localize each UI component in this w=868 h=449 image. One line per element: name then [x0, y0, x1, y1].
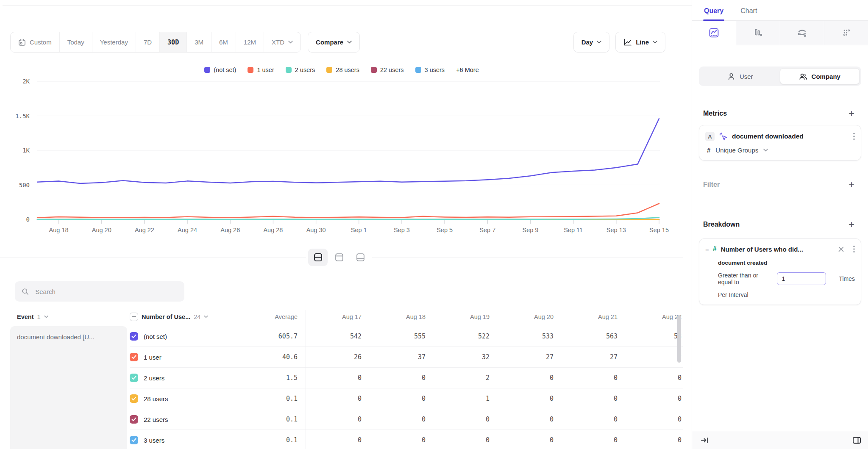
- chart-type-dropdown[interactable]: Line: [615, 32, 665, 53]
- row-checkbox[interactable]: [130, 374, 138, 382]
- average-value-cell: 1.5: [237, 374, 301, 382]
- x-axis-label: Aug 26: [220, 227, 240, 233]
- series-name: 1 user: [144, 354, 161, 361]
- analytics-app: Custom Today Yesterday 7D 30D 3M 6M 12M …: [0, 0, 868, 449]
- layout-split-view-button[interactable]: [308, 249, 328, 266]
- entity-company-option[interactable]: Company: [780, 68, 860, 84]
- date-range-12m[interactable]: 12M: [236, 32, 264, 52]
- row-checkbox[interactable]: [130, 415, 138, 424]
- metric-card[interactable]: A document downloaded # Unique Groups: [699, 125, 861, 161]
- series-line: [37, 119, 659, 183]
- average-value-cell: 40.6: [237, 353, 301, 361]
- date-range-today[interactable]: Today: [59, 32, 92, 52]
- x-axis-label: Sep 11: [564, 227, 583, 233]
- breakdown-card[interactable]: ≡ # Number of Users who did... document …: [699, 238, 861, 305]
- row-checkbox[interactable]: [130, 353, 138, 361]
- kebab-menu-icon: [853, 133, 855, 140]
- search-input[interactable]: [34, 288, 178, 296]
- date-range-6m[interactable]: 6M: [211, 32, 236, 52]
- x-axis-label: Aug 18: [49, 227, 69, 233]
- event-column-header[interactable]: Event 1: [0, 313, 130, 320]
- toggle-sidebar-button[interactable]: [852, 436, 861, 444]
- search-icon: [22, 288, 29, 296]
- layout-toggle-group: [306, 247, 372, 268]
- data-value-cell: 0: [493, 416, 557, 423]
- group-column-header[interactable]: Number of Use... 24: [130, 313, 237, 321]
- y-axis-label: 500: [19, 182, 30, 188]
- check-icon: [131, 334, 136, 338]
- panel-footer: [692, 431, 868, 449]
- data-value-cell: 0: [493, 395, 557, 402]
- date-range-toolbar: Custom Today Yesterday 7D 30D 3M 6M 12M …: [10, 32, 360, 53]
- row-checkbox[interactable]: [130, 332, 138, 341]
- metric-menu-button[interactable]: [853, 133, 855, 140]
- per-interval-label[interactable]: Per Interval: [705, 291, 855, 298]
- breakdown-name[interactable]: Number of Users who did...: [721, 246, 834, 253]
- compare-button[interactable]: Compare: [308, 32, 360, 53]
- minus-icon: [132, 316, 136, 317]
- data-value-cell: 0: [365, 436, 429, 444]
- date-range-30d[interactable]: 30D: [159, 32, 186, 52]
- breakdown-condition-label[interactable]: Greater than or equal to: [718, 272, 772, 285]
- row-label-cell: 2 users: [130, 374, 237, 382]
- entity-toggle: User Company: [699, 67, 861, 86]
- results-table: Event 1 Number of Use... 24 Average Aug …: [0, 308, 683, 449]
- data-value-cell: 27: [493, 353, 557, 361]
- x-axis-label: Sep 7: [479, 227, 495, 233]
- chevron-down-icon: [347, 41, 352, 44]
- row-checkbox[interactable]: [130, 394, 138, 403]
- chart-type-dots-tab[interactable]: [824, 21, 868, 45]
- data-value-cell: 533: [493, 333, 557, 340]
- table-scrollbar[interactable]: [677, 315, 681, 363]
- check-icon: [131, 396, 136, 401]
- data-value-cell: 542: [301, 333, 365, 340]
- data-value-cell: 0: [557, 436, 621, 444]
- metric-name[interactable]: document downloaded: [732, 133, 849, 140]
- date-range-7d[interactable]: 7D: [136, 32, 159, 52]
- date-range-custom[interactable]: Custom: [11, 32, 59, 52]
- layout-chart-view-button[interactable]: [329, 249, 349, 266]
- date-range-xtd[interactable]: XTD: [264, 32, 300, 52]
- table-header: Event 1 Number of Use... 24 Average Aug …: [0, 308, 683, 326]
- data-value-cell: 2: [429, 374, 493, 382]
- tab-query[interactable]: Query: [703, 0, 724, 20]
- x-axis-label: Aug 30: [306, 227, 326, 233]
- row-checkbox[interactable]: [130, 436, 138, 444]
- date-range-yesterday[interactable]: Yesterday: [92, 32, 136, 52]
- average-value-cell: 0.1: [237, 436, 301, 444]
- date-column-header: Aug 18: [365, 313, 429, 320]
- check-icon: [131, 417, 136, 421]
- select-all-checkbox[interactable]: [130, 313, 138, 321]
- table-row: 1 user40.626373227272: [130, 347, 683, 368]
- date-range-3m[interactable]: 3M: [186, 32, 211, 52]
- layout-table-view-button[interactable]: [351, 249, 370, 266]
- table-view-icon: [356, 253, 365, 262]
- chart-type-flow-tab[interactable]: [780, 21, 824, 45]
- drag-handle-icon[interactable]: ≡: [705, 247, 709, 251]
- date-column-header: Aug 22: [621, 313, 683, 320]
- chart-type-bar-tab[interactable]: [736, 21, 780, 45]
- add-breakdown-button[interactable]: +: [846, 220, 857, 229]
- chart-type-tabs: [692, 21, 868, 45]
- y-axis-label: 2K: [22, 78, 30, 85]
- collapse-panel-button[interactable]: [701, 436, 709, 444]
- chart-controls: Day Line: [573, 32, 665, 53]
- remove-breakdown-button[interactable]: [838, 247, 844, 252]
- add-metric-button[interactable]: +: [846, 109, 857, 118]
- line-chart[interactable]: 05001K1.5K2KAug 18Aug 20Aug 22Aug 24Aug …: [0, 59, 683, 239]
- event-name-cell[interactable]: document downloaded [U...: [10, 326, 127, 449]
- tab-chart[interactable]: Chart: [740, 0, 758, 20]
- chart-type-line-tab[interactable]: [692, 21, 736, 45]
- data-value-cell: 0: [493, 374, 557, 382]
- interval-dropdown[interactable]: Day: [573, 32, 610, 53]
- x-axis-label: Sep 3: [394, 227, 410, 233]
- measure-selector[interactable]: # Unique Groups: [705, 147, 855, 154]
- y-axis-label: 0: [26, 216, 30, 223]
- data-value-cell: 0: [493, 436, 557, 444]
- entity-user-option[interactable]: User: [701, 68, 780, 84]
- data-value-cell: 1: [429, 395, 493, 402]
- chart-view-icon: [335, 253, 344, 262]
- times-value-input[interactable]: [777, 272, 826, 285]
- breakdown-menu-button[interactable]: [853, 245, 855, 253]
- add-filter-button[interactable]: +: [846, 180, 857, 189]
